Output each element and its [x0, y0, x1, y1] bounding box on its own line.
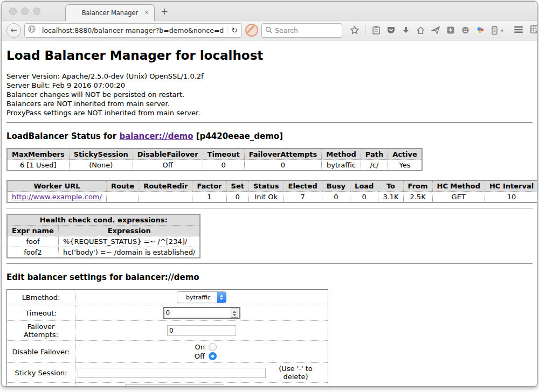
- col-header: Timeout: [203, 149, 244, 160]
- col-header: Expression: [58, 226, 200, 236]
- col-header: Worker URL: [7, 180, 106, 192]
- cell-method: bytraffic: [322, 160, 361, 171]
- toolbar-icons: ▾: [350, 25, 503, 35]
- cell-expr-name: foof2: [7, 247, 58, 258]
- home-icon[interactable]: [416, 26, 425, 34]
- divider: [6, 122, 533, 123]
- tab-strip: Balancer Manager × +: [2, 2, 537, 20]
- colorful-extension-icon[interactable]: [476, 26, 485, 34]
- lbmethod-select[interactable]: bytraffic: [177, 291, 226, 303]
- tab-close-icon[interactable]: ×: [144, 9, 149, 16]
- tab-balancer-manager[interactable]: Balancer Manager ×: [65, 4, 155, 21]
- col-header: Expr name: [7, 226, 58, 236]
- cell-stickysession: (None): [69, 160, 133, 171]
- zoom-window-button[interactable]: [33, 8, 40, 15]
- disable-failover-label: Disable Failover:: [7, 341, 75, 363]
- url-separator: [39, 26, 39, 34]
- col-header: Route: [106, 180, 139, 192]
- col-header: Load: [350, 180, 378, 192]
- toolbar-separator-1: [365, 26, 366, 34]
- page-content: Load Balancer Manager for localhost Serv…: [2, 40, 537, 386]
- col-header: HC Interval: [485, 180, 537, 192]
- window-controls: [9, 8, 40, 15]
- radio-off-label: Off: [195, 352, 205, 361]
- balancer-demo-link[interactable]: balancer://demo: [119, 131, 193, 141]
- proxypass-note-line: ProxyPass settings are NOT inherited fro…: [6, 108, 533, 117]
- url-bar[interactable]: localhost:8880/balancer-manager?b=demo&n…: [24, 23, 242, 38]
- radio-off-selected[interactable]: [209, 352, 217, 360]
- send-tab-icon[interactable]: [431, 26, 440, 34]
- toolbar-separator-2: [507, 26, 507, 34]
- sticky-session-input[interactable]: [78, 368, 266, 378]
- cell-elected: 7: [284, 192, 322, 203]
- cell-disablefailover: Off: [133, 160, 203, 171]
- menu-hamburger-icon[interactable]: [514, 25, 523, 36]
- col-header: RouteRedir: [139, 180, 192, 192]
- server-info: Server Version: Apache/2.5.0-dev (Unix) …: [6, 72, 533, 117]
- cell-routeredir: [139, 192, 192, 203]
- search-bar[interactable]: Search: [261, 23, 342, 38]
- pocket-icon[interactable]: [386, 26, 396, 34]
- cell-hc-interval: 10: [485, 192, 537, 203]
- inherit-note-line: Balancers are NOT inherited from main se…: [6, 99, 533, 108]
- col-header: Factor: [192, 180, 226, 192]
- cell-timeout: 0: [203, 160, 244, 171]
- worker-status-table: Worker URL Route RouteRedir Factor Set S…: [6, 180, 537, 203]
- edit-balancer-form: LBmethod: bytraffic Timeout:: [6, 289, 328, 386]
- health-table-title: Health check cond. expressions:: [7, 214, 200, 226]
- table-row: foof2 hc('body') =~ /domain is establish…: [7, 247, 200, 258]
- content-blocked-icon[interactable]: [245, 24, 258, 37]
- back-icon: ←: [10, 25, 17, 35]
- close-window-button[interactable]: [9, 8, 17, 15]
- cell-expr-name: foof: [7, 236, 58, 247]
- cell-failoverattempts: 0: [244, 160, 322, 171]
- chevron-down-icon[interactable]: ▾: [501, 27, 503, 33]
- cell-factor: 1: [192, 192, 226, 203]
- cell-from: 2.5K: [403, 192, 432, 203]
- chat-smiley-icon[interactable]: [461, 26, 470, 34]
- mosaic-extension-icon[interactable]: [530, 25, 537, 36]
- url-text[interactable]: localhost:8880/balancer-manager?b=demo&n…: [42, 26, 224, 34]
- back-button[interactable]: ←: [6, 23, 21, 38]
- radio-on-label: On: [195, 342, 205, 352]
- col-header: Active: [388, 149, 422, 160]
- save-to-box-icon[interactable]: [446, 26, 455, 34]
- server-version-line: Server Version: Apache/2.5.0-dev (Unix) …: [6, 72, 533, 81]
- new-tab-button[interactable]: +: [161, 6, 168, 17]
- col-header: HC Method: [432, 180, 485, 192]
- add-worker-input[interactable]: [125, 384, 224, 386]
- timeout-input[interactable]: [163, 307, 240, 319]
- cell-active: Yes: [388, 160, 422, 171]
- col-header: Path: [361, 149, 388, 160]
- sticky-session-hint: (Use '-' to delete): [266, 365, 326, 381]
- table-row: 6 [1 Used] (None) Off 0 0 bytraffic /c/ …: [7, 160, 422, 171]
- downloads-icon[interactable]: [402, 26, 410, 34]
- col-header: StickySession: [69, 149, 133, 160]
- edit-settings-heading: Edit balancer settings for balancer://de…: [6, 272, 533, 282]
- failover-attempts-label: Failover Attempts:: [7, 321, 75, 341]
- cell-load: 0: [350, 192, 378, 203]
- status-heading-suffix: [p4420eeae_demo]: [194, 131, 283, 141]
- minimize-window-button[interactable]: [21, 8, 29, 15]
- bookmark-star-icon[interactable]: [350, 25, 360, 35]
- page-title: Load Balancer Manager for localhost: [6, 48, 533, 62]
- reload-icon[interactable]: ↻: [230, 26, 239, 34]
- cell-route: [106, 192, 139, 203]
- col-header: FailoverAttempts: [244, 149, 322, 160]
- status-heading: LoadBalancer Status for balancer://demo …: [6, 131, 533, 141]
- col-header: Busy: [322, 180, 350, 192]
- reading-list-icon[interactable]: [372, 26, 381, 35]
- failover-attempts-input[interactable]: [167, 325, 236, 336]
- balancer-status-table: MaxMembers StickySession DisableFailover…: [6, 148, 423, 171]
- radio-on[interactable]: [209, 343, 217, 351]
- number-stepper-icon[interactable]: [231, 309, 238, 318]
- globe-icon: [27, 25, 36, 36]
- navigation-toolbar: ← localhost:8880/balancer-manager?b=demo…: [2, 20, 537, 40]
- lbmethod-selected-value: bytraffic: [177, 294, 217, 301]
- container-extension-icon[interactable]: [491, 26, 498, 35]
- worker-url-link[interactable]: http://www.example.com/: [12, 193, 102, 201]
- col-header: MaxMembers: [7, 149, 69, 160]
- col-header: Status: [248, 180, 284, 192]
- col-header: Elected: [284, 180, 322, 192]
- url-separator-2: [227, 26, 227, 34]
